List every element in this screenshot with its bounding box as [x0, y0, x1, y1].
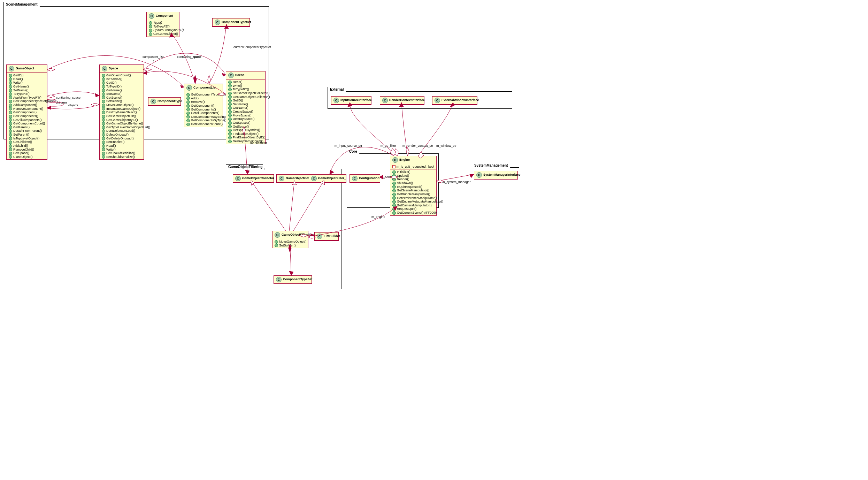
- class-gameobjectfilter[interactable]: CGameObjectFilter MoveGameObject()SetBui…: [272, 231, 308, 248]
- class-componentlist[interactable]: CComponentList GetComponentTypeSet()Add(…: [184, 84, 223, 127]
- class-icon: C: [392, 157, 398, 163]
- label-m-engine: m_engine: [371, 215, 385, 219]
- class-icon: C: [317, 234, 322, 239]
- package-label: SystemManagement: [472, 163, 510, 168]
- label-currentcomponenttypeset: currentComponentTypeSet: [233, 45, 271, 49]
- class-icon: C: [276, 277, 282, 282]
- class-icon: C: [9, 66, 14, 71]
- class-icon: C: [435, 98, 440, 103]
- label-go-collector: go_collector: [250, 141, 267, 144]
- class-engine[interactable]: CEngine m_is_quit_requested : bool Initi…: [390, 156, 437, 216]
- class-scene[interactable]: CScene Read()Write()ToTypeRT()SetGameObj…: [226, 71, 266, 144]
- label-containing-space: contianing_space: [56, 96, 80, 99]
- class-configuration[interactable]: CConfiguration: [349, 174, 380, 183]
- package-label: External: [328, 87, 346, 92]
- class-icon: C: [151, 99, 156, 104]
- package-label: GameObjectFiltering: [226, 164, 265, 169]
- class-icon: C: [149, 13, 154, 19]
- class-component[interactable]: CComponent Type()ToTypeRT()UpdateFromTyp…: [146, 12, 179, 37]
- label-component-list: component_list: [143, 55, 164, 59]
- label-objects: objects: [68, 104, 78, 107]
- class-componenttype[interactable]: CComponentType: [148, 97, 181, 106]
- label-space: space: [193, 55, 201, 59]
- class-icon: C: [275, 232, 280, 238]
- label-m-config: m_config: [381, 175, 393, 179]
- class-body-componentlist: GetComponentTypeSet()Add()Remove()GetCom…: [184, 92, 223, 127]
- label-parent: parent: [47, 99, 56, 102]
- class-inputsourceinterface[interactable]: CInputSourceInterface: [331, 96, 371, 105]
- class-icon: C: [279, 176, 284, 181]
- class-icon: C: [102, 66, 107, 71]
- class-body-gofilter: MoveGameObject()SetBuilder(): [272, 239, 308, 248]
- class-icon: C: [382, 98, 388, 103]
- label-star: *: [153, 60, 154, 63]
- package-label: SceneManagement: [3, 2, 40, 7]
- class-body-gameobject: GetID()Read()Write()GetName()SetName()To…: [7, 73, 47, 159]
- label-m-window-ptr: m_window_ptr: [436, 144, 456, 147]
- class-icon: C: [215, 20, 220, 25]
- class-body-space: GetObjectCount()IsEnabled()GetID()ToType…: [100, 73, 144, 159]
- class-rendercontextinterface[interactable]: CRenderContextInterface: [380, 96, 424, 105]
- label-m-system-manager: m_system_manager: [442, 180, 471, 184]
- class-space[interactable]: CSpace GetObjectCount()IsEnabled()GetID(…: [99, 64, 144, 160]
- class-componenttypeset-2[interactable]: CComponentTypeSet: [274, 275, 312, 284]
- class-body-component: Type()ToTypeRT()UpdateFromTypeRT()GetGam…: [147, 20, 179, 37]
- package-gameobjectfiltering: GameObjectFiltering: [226, 169, 341, 289]
- class-componenttypeset[interactable]: CComponentTypeSet: [212, 18, 250, 27]
- class-icon: C: [186, 85, 192, 91]
- class-gameobject[interactable]: CGameObject GetID()Read()Write()GetName(…: [6, 64, 47, 160]
- class-listbuilder[interactable]: CListBuilder: [314, 232, 339, 241]
- class-icon: C: [476, 172, 482, 178]
- class-systemmanagerinterface[interactable]: CSystemManagerInterface: [474, 171, 518, 180]
- class-icon: C: [333, 98, 339, 103]
- class-icon: C: [311, 176, 317, 181]
- label-builder: builder: [305, 233, 314, 236]
- label-children: children: [56, 101, 67, 104]
- class-externalwindowinterface[interactable]: CExternalWindowInterface: [432, 96, 477, 105]
- class-gameobjectfilter-if[interactable]: CGameObjectFilter_: [309, 174, 346, 183]
- label-m-render-context: m_render_context_ptr: [402, 144, 433, 147]
- label-m-go-filter: m_go_filter: [381, 144, 396, 147]
- class-icon: C: [352, 176, 358, 181]
- class-body-engine: Initialize()Update()Render()Shutdown()Is…: [390, 169, 436, 215]
- label-m-input-source: m_input_source_ptr: [335, 144, 362, 147]
- class-icon: C: [228, 73, 234, 78]
- class-icon: C: [235, 176, 241, 181]
- package-label: Core: [347, 149, 360, 154]
- class-gameobjectcollector[interactable]: CGameObjectCollector: [233, 174, 274, 183]
- class-body-scene: Read()Write()ToTypeRT()SetGameObjectColl…: [226, 79, 265, 144]
- class-fields-engine: m_is_quit_requested : bool: [390, 164, 436, 169]
